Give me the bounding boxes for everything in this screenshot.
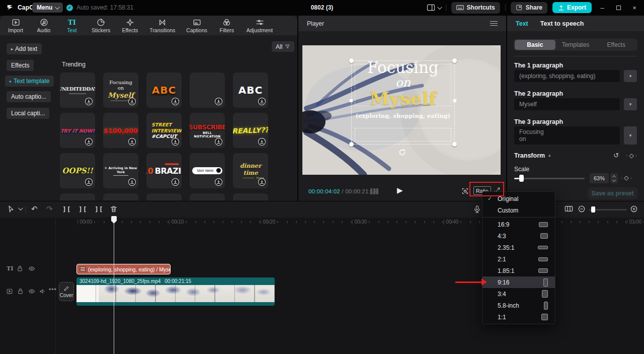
download-icon[interactable] <box>215 178 222 186</box>
text-clip[interactable]: (exploring, shopping, eating) / Myself <box>76 264 171 274</box>
template-tile[interactable] <box>60 193 95 200</box>
download-icon[interactable] <box>172 98 179 105</box>
download-icon[interactable] <box>85 178 93 186</box>
menu-item-3-4[interactable]: 3:4 <box>482 288 555 300</box>
template-tile[interactable]: ✈ Arriving in New York <box>103 153 138 188</box>
minimize-button[interactable]: – <box>597 4 608 12</box>
zoom-in-icon[interactable] <box>630 205 638 213</box>
template-tile[interactable]: OOPS!! <box>60 153 95 188</box>
redo-icon[interactable]: ↷ <box>46 204 53 214</box>
maximize-button[interactable] <box>613 4 624 12</box>
resize-handle[interactable] <box>452 58 457 63</box>
sidebar-item-local-captions[interactable]: Local capti... <box>7 108 49 119</box>
template-tile[interactable]: 10 BRAZIL <box>146 153 182 188</box>
paragraph-3-input[interactable]: Focusing on <box>514 126 620 145</box>
menu-item-1-1[interactable]: 1:1 <box>482 311 555 323</box>
template-tile[interactable]: Focusing on Myself <box>103 73 138 108</box>
tab-effects[interactable]: Effects <box>596 40 636 50</box>
template-tile[interactable]: STREET INTERVIEW #CAPCUT <box>146 113 182 148</box>
menu-item-9-16[interactable]: 9:16 <box>482 276 555 288</box>
scale-stepper[interactable] <box>610 173 618 183</box>
video-preview[interactable]: Focusing on Myself (exploring, shopping,… <box>302 45 501 175</box>
export-button[interactable]: Export <box>552 2 592 13</box>
template-tile[interactable]: REALLY?? <box>233 113 268 148</box>
resize-handle[interactable] <box>452 142 457 147</box>
tab-text-to-speech[interactable]: Text to speech <box>540 20 584 27</box>
template-tile[interactable]: TRY IT NOW! <box>60 113 95 148</box>
tab-filters[interactable]: Filters <box>218 18 235 33</box>
scale-keyframe[interactable]: ‹◇› <box>621 174 632 181</box>
delete-icon[interactable] <box>110 205 118 213</box>
template-tile[interactable]: User name <box>190 153 225 188</box>
download-icon[interactable] <box>215 138 222 146</box>
sidebar-item-auto-captions[interactable]: Auto captio... <box>7 91 51 102</box>
tab-transitions[interactable]: Transitions <box>149 18 175 33</box>
download-icon[interactable] <box>215 98 222 105</box>
download-icon[interactable] <box>85 98 93 105</box>
selection-box[interactable] <box>351 60 455 145</box>
cover-button[interactable]: Cover <box>59 282 74 301</box>
download-icon[interactable] <box>172 178 179 186</box>
scale-slider-track[interactable] <box>514 178 585 179</box>
paragraph-2-input[interactable]: Myself <box>514 98 620 110</box>
tab-import[interactable]: Import <box>7 18 24 33</box>
download-icon[interactable] <box>128 178 136 186</box>
eye-icon[interactable] <box>28 265 35 272</box>
menu-item-custom[interactable]: Custom <box>482 204 555 216</box>
download-icon[interactable] <box>258 178 266 186</box>
menu-item-4-3[interactable]: 4:3 <box>482 230 555 242</box>
template-tile[interactable]: dinner time Seine <box>233 153 268 188</box>
tab-captions[interactable]: Captions <box>186 18 207 33</box>
rotate-handle-icon[interactable] <box>398 149 406 156</box>
lock-icon[interactable] <box>17 265 23 272</box>
template-tile[interactable]: ABC <box>233 73 268 108</box>
template-tile[interactable]: UNEDITEDDAY <box>60 73 95 108</box>
menu-item-2-35-1[interactable]: 2.35:1 <box>482 242 555 253</box>
keyframe-diamond-icon[interactable]: ◇ <box>629 152 633 159</box>
scale-slider-thumb[interactable] <box>519 175 524 182</box>
select-cursor-icon[interactable] <box>7 205 15 213</box>
step-down-icon[interactable] <box>612 178 616 181</box>
microphone-icon[interactable] <box>473 205 481 214</box>
split-icon[interactable]: ][ <box>62 205 71 213</box>
scale-to-fit-icon[interactable] <box>461 187 469 195</box>
download-icon[interactable] <box>128 98 136 105</box>
split-left-icon[interactable]: ][ <box>78 205 88 213</box>
chevron-down-icon[interactable] <box>18 205 23 210</box>
reset-icon[interactable]: ↺ <box>613 152 619 159</box>
download-icon[interactable] <box>172 138 179 146</box>
menu-item-5-8-inch[interactable]: 5.8-inch <box>482 300 555 311</box>
zoom-out-icon[interactable] <box>578 205 586 213</box>
paragraph-3-dropdown[interactable]: ▾ <box>624 126 637 145</box>
play-button[interactable]: ▶ <box>397 186 403 195</box>
timeline-zoom-thumb[interactable] <box>591 206 595 213</box>
save-as-preset-button[interactable]: Save as preset <box>588 187 637 199</box>
paragraph-1-input[interactable]: (exploring, shopping, eating) <box>514 70 620 82</box>
tab-adjustment[interactable]: Adjustment <box>247 18 273 33</box>
menu-button[interactable]: Menu <box>32 3 63 13</box>
template-tile[interactable]: $100,000 <box>103 113 138 148</box>
paragraph-2-dropdown[interactable]: ▾ <box>624 98 637 110</box>
template-filter-button[interactable]: All <box>272 41 294 52</box>
transform-section-header[interactable]: Transform ▲ ↺ ‹◇› <box>514 152 637 159</box>
template-tile[interactable] <box>190 193 225 200</box>
tab-audio[interactable]: Audio <box>35 18 52 33</box>
tab-templates[interactable]: Templates <box>555 40 596 50</box>
tab-text[interactable]: TI Text <box>63 18 80 33</box>
tab-text-properties[interactable]: Text <box>516 20 528 27</box>
resize-handle-mid[interactable] <box>350 99 353 102</box>
resize-handle[interactable] <box>349 142 354 147</box>
track-preview-icon[interactable] <box>565 205 573 213</box>
template-tile[interactable] <box>103 193 138 200</box>
tab-basic[interactable]: Basic <box>515 40 555 50</box>
tab-effects[interactable]: Effects <box>121 18 138 33</box>
mute-speaker-icon[interactable] <box>39 288 46 295</box>
resize-handle-mid[interactable] <box>453 99 456 102</box>
shortcuts-button[interactable]: Shortcuts <box>451 2 500 14</box>
eye-icon[interactable] <box>28 288 35 295</box>
undo-icon[interactable]: ↶ <box>31 204 38 214</box>
menu-item-2-1[interactable]: 2:1 <box>482 253 555 265</box>
download-icon[interactable] <box>128 138 136 146</box>
player-menu-icon[interactable] <box>490 20 498 27</box>
sidebar-item-text-template[interactable]: ▸ Text template <box>5 76 54 87</box>
